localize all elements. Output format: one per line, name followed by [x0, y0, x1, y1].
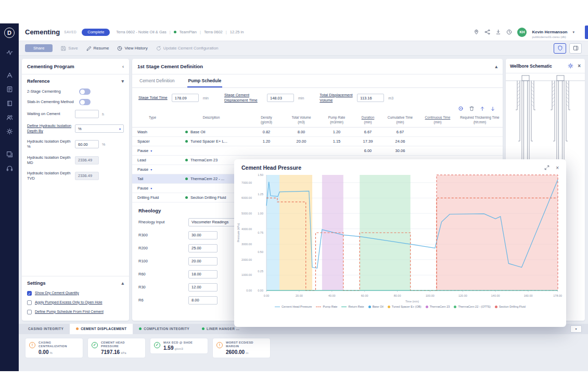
layout-columns-button[interactable]: [569, 43, 582, 54]
checkbox[interactable]: [27, 310, 32, 314]
kpi-card[interactable]: !WORST ECD/ESD MARGIN2600.00m: [212, 338, 271, 358]
chevron-down-icon[interactable]: ▾: [150, 168, 152, 171]
two-stage-label: 2-Stage Cementing: [27, 89, 75, 94]
breadcrumb: Terra 0602 - Noble Oil & Gas | TeamPlan …: [116, 30, 244, 34]
rheology-reading-input[interactable]: 12.00: [188, 283, 218, 292]
location-icon[interactable]: [474, 29, 479, 35]
history-icon[interactable]: [506, 29, 512, 35]
check-circle-icon: ✓: [92, 342, 98, 348]
headset-icon[interactable]: [6, 165, 13, 172]
stage-total-time-label[interactable]: Stage Total Time: [138, 95, 168, 100]
waiting-on-cement-input[interactable]: [75, 110, 99, 118]
users-icon[interactable]: [6, 114, 13, 121]
tab-pump-schedule[interactable]: Pump Schedule: [187, 74, 223, 87]
displacement-volume-label[interactable]: Total Displacement Volume: [319, 93, 353, 103]
rheology-input-value: Viscometer Readings: [191, 220, 228, 224]
report-icon[interactable]: [6, 86, 13, 93]
trash-icon[interactable]: [469, 106, 475, 111]
breadcrumb-team[interactable]: TeamPlan: [180, 30, 197, 34]
page-title: Cementing: [25, 28, 60, 36]
tab-status-dot: [202, 327, 204, 330]
frames-icon[interactable]: [6, 151, 13, 158]
save-button[interactable]: Save: [61, 46, 78, 51]
stage-tabs: Cement Definition Pump Schedule: [132, 74, 503, 88]
check-circle-icon: ✓: [154, 342, 160, 348]
bottom-tab-cement-displacement[interactable]: CEMENT DISPLACEMENT: [70, 324, 133, 334]
fluid-status-dot: [185, 178, 188, 180]
update-cement-configuration-button[interactable]: Update Cement Configuration: [156, 46, 219, 51]
activity-icon[interactable]: [6, 49, 13, 56]
app-a-icon[interactable]: [6, 72, 13, 79]
rheology-reading-input[interactable]: 25.00: [188, 244, 218, 252]
gear-icon[interactable]: [568, 63, 573, 69]
safety-shield-button[interactable]: [554, 43, 566, 54]
cell-description: [173, 149, 250, 151]
svg-text:4000.00: 4000.00: [241, 227, 252, 231]
isolation-depth-pct-input[interactable]: 60.00: [75, 140, 99, 148]
arrow-down-icon[interactable]: [490, 106, 495, 111]
rheology-reading-input[interactable]: 8.00: [188, 296, 218, 305]
rheology-reading-input[interactable]: 18.00: [188, 270, 218, 278]
resume-button[interactable]: Resume: [86, 46, 109, 51]
collapse-panel-icon[interactable]: ▴: [495, 64, 497, 69]
share-button[interactable]: Share: [25, 44, 53, 52]
table-row[interactable]: Pause▾6.0030.06: [132, 146, 503, 156]
collapse-left-icon[interactable]: ‹: [122, 64, 124, 69]
settings-checkbox-row: Apply Pumped Excess Only to Open Hole: [22, 298, 129, 307]
chevron-down-icon[interactable]: ▾: [150, 149, 152, 153]
table-row[interactable]: WashBase Oil0.828.001.206.676.67: [132, 128, 503, 137]
define-isolation-depth-link[interactable]: Define Hydraulic Isolation Depth By: [27, 123, 72, 134]
cell-value: 6.67: [354, 129, 382, 135]
kpi-card[interactable]: !CASING CENTRALIZATION0.00%: [25, 338, 83, 358]
avatar[interactable]: KH: [517, 28, 527, 37]
app-logo-icon[interactable]: D: [4, 28, 15, 38]
close-icon[interactable]: ×: [578, 63, 581, 69]
two-stage-toggle[interactable]: [79, 88, 91, 95]
svg-text:6000.00: 6000.00: [241, 196, 252, 199]
kpi-card[interactable]: ✓CEMENT HEAD PRESSURE7197.16kPa: [87, 338, 146, 358]
download-icon[interactable]: [495, 29, 501, 35]
cell-value: [457, 140, 503, 142]
breadcrumb-well[interactable]: Terra 0602: [204, 30, 223, 34]
chevron-down-icon[interactable]: ▾: [150, 186, 152, 190]
view-history-button[interactable]: View History: [117, 46, 147, 51]
expand-icon[interactable]: [544, 165, 549, 170]
cell-value: 1.15: [319, 138, 354, 145]
isolation-depth-by-select[interactable]: % ▾: [75, 124, 124, 133]
breadcrumb-project[interactable]: Terra 0602 - Noble Oil & Gas: [116, 30, 166, 34]
checkbox-label[interactable]: Apply Pumped Excess Only to Open Hole: [35, 300, 103, 305]
tab-cement-definition[interactable]: Cement Definition: [138, 74, 176, 87]
checkbox[interactable]: [27, 300, 32, 305]
chevron-down-icon[interactable]: ▾: [121, 79, 124, 84]
checkbox-label[interactable]: Show Dry Cement Quantity: [35, 290, 79, 296]
bottom-tab-casing-integrity[interactable]: CASING INTEGRITY: [22, 324, 70, 334]
cell-value: 6.67: [382, 129, 418, 135]
bottom-tab-completion-integrity[interactable]: COMPLETION INTEGRITY: [133, 324, 196, 334]
chevron-up-icon[interactable]: ▴: [121, 281, 124, 286]
book-icon[interactable]: [6, 100, 13, 107]
rheology-reading-label: R200: [138, 246, 184, 250]
displacement-time-label[interactable]: Stage Cement Displacement Time: [224, 93, 263, 103]
column-header[interactable]: Continuous Time(min): [418, 115, 457, 126]
column-header[interactable]: Duration(min): [354, 115, 382, 126]
stab-in-toggle[interactable]: [79, 99, 91, 105]
table-row[interactable]: SpacerTuned Spacer E+ L...1.2020.001.151…: [132, 137, 503, 146]
tabs-collapse-button[interactable]: ▾: [570, 325, 582, 333]
stage-total-time-unit: min: [203, 96, 209, 100]
rheology-reading-input[interactable]: 30.00: [188, 231, 218, 239]
rheology-reading-input[interactable]: 20.00: [188, 257, 218, 265]
svg-text:60.00: 60.00: [361, 294, 368, 297]
checkbox[interactable]: ✓: [27, 291, 32, 296]
gear-icon[interactable]: [6, 128, 13, 135]
column-header: Description: [173, 115, 250, 121]
chevron-down-icon[interactable]: ▾: [572, 30, 574, 34]
waiting-unit: h: [102, 112, 104, 116]
rheology-input-select[interactable]: Viscometer Readings ▾: [188, 218, 239, 226]
kpi-card[interactable]: ✓MAX ECD @ SHOE1.59g/cm3: [150, 338, 208, 354]
target-icon[interactable]: [458, 106, 464, 111]
arrow-up-icon[interactable]: [480, 106, 485, 111]
user-block[interactable]: Kevin Hermanson publicdemo01-cwsu (db): [532, 26, 567, 39]
close-icon[interactable]: ×: [556, 165, 559, 171]
checkbox-label[interactable]: Define Pump Schedule From First Cement: [35, 309, 104, 314]
share-nodes-icon[interactable]: [484, 29, 490, 35]
